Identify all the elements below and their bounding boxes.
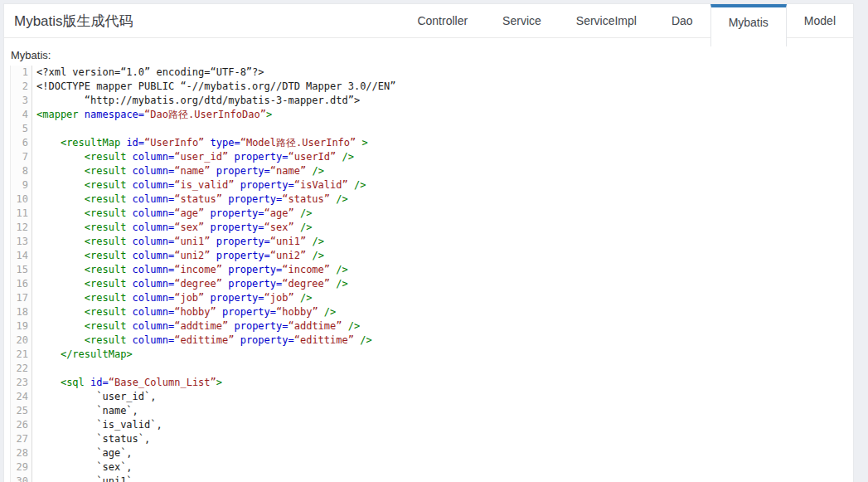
code-line-text: <result column=“edittime” property=“edit… <box>32 334 372 348</box>
code-line-text: <mapper namespace=“Dao路径.UserInfoDao”> <box>32 108 272 122</box>
line-number: 24 <box>10 390 32 404</box>
line-number: 22 <box>10 362 32 376</box>
line-number: 13 <box>10 235 32 249</box>
line-number: 15 <box>10 263 32 277</box>
line-number: 29 <box>10 460 32 475</box>
code-line: 10 <result column=“status” property=“sta… <box>4 192 853 207</box>
code-line-text: `name`, <box>32 404 138 418</box>
tab-mybatis[interactable]: Mybatis <box>710 4 787 46</box>
content-card: Mybatis版生成代码 ControllerServiceServiceImp… <box>3 3 854 482</box>
code-line-text: <sql id=“Base_Column_List”> <box>32 376 222 390</box>
page-title: Mybatis版生成代码 <box>14 4 133 38</box>
line-number: 17 <box>10 291 32 305</box>
code-line: 30 `uni1`, <box>4 475 853 482</box>
code-line-text: `age`, <box>32 446 133 460</box>
line-number: 6 <box>10 136 32 150</box>
code-line: 28 `age`, <box>4 446 853 460</box>
code-line: 2<!DOCTYPE mapper PUBLIC “-//mybatis.org… <box>4 80 853 94</box>
code-line: 24 `user_id`, <box>4 390 853 404</box>
code-line-text: <result column=“user_id” property=“userI… <box>32 150 354 164</box>
line-number: 21 <box>10 348 32 362</box>
code-line: 26 `is_valid`, <box>4 418 853 432</box>
code-line: 22 <box>4 362 853 376</box>
tab-serviceimpl[interactable]: ServiceImpl <box>559 4 654 38</box>
code-line-text <box>32 122 36 136</box>
line-number: 28 <box>10 446 32 460</box>
code-line-text: `user_id`, <box>32 390 157 404</box>
code-line-text: <result column=“income” property=“income… <box>32 263 348 277</box>
code-line: 25 `name`, <box>4 404 853 418</box>
code-line: 29 `sex`, <box>4 460 853 475</box>
code-line-text: <?xml version=“1.0” encoding=“UTF-8”?> <box>32 66 264 80</box>
code-line-text: <result column=“is_valid” property=“isVa… <box>32 178 366 192</box>
code-line-text: <result column=“addtime” property=“addti… <box>32 319 360 334</box>
line-number: 7 <box>10 150 32 164</box>
line-number: 10 <box>10 192 32 207</box>
line-number: 8 <box>10 164 32 178</box>
code-line: 5 <box>4 122 853 136</box>
code-line-text: <result column=“uni1” property=“uni1” /> <box>32 235 324 249</box>
line-number: 14 <box>10 249 32 263</box>
code-line-text: <result column=“uni2” property=“uni2” /> <box>32 249 324 263</box>
code-line: 1<?xml version=“1.0” encoding=“UTF-8”?> <box>4 66 853 80</box>
header: Mybatis版生成代码 ControllerServiceServiceImp… <box>4 4 853 38</box>
code-line: 3 “http://mybatis.org/dtd/mybatis-3-mapp… <box>4 94 853 108</box>
code-line-text: `uni1`, <box>32 475 138 482</box>
code-line-text: <result column=“degree” property=“degree… <box>32 277 348 291</box>
code-line: 21 </resultMap> <box>4 348 853 362</box>
code-line-text: <result column=“name” property=“name” /> <box>32 164 324 178</box>
code-line: 8 <result column=“name” property=“name” … <box>4 164 853 178</box>
line-number: 9 <box>10 178 32 192</box>
code-line-text: “http://mybatis.org/dtd/mybatis-3-mapper… <box>32 94 360 108</box>
code-line: 11 <result column=“age” property=“age” /… <box>4 207 853 221</box>
code-line-text: <resultMap id=“UserInfo” type=“Model路径.U… <box>32 136 368 150</box>
line-number: 1 <box>10 66 32 80</box>
line-number: 25 <box>10 404 32 418</box>
line-number: 2 <box>10 80 32 94</box>
code-viewer: 1<?xml version=“1.0” encoding=“UTF-8”?>2… <box>4 66 853 482</box>
code-line: 17 <result column=“job” property=“job” /… <box>4 291 853 305</box>
code-line: 4<mapper namespace=“Dao路径.UserInfoDao”> <box>4 108 853 122</box>
code-line: 19 <result column=“addtime” property=“ad… <box>4 319 853 334</box>
code-line-text: </resultMap> <box>32 348 133 362</box>
code-line-text: <result column=“sex” property=“sex” /> <box>32 221 312 235</box>
line-number: 4 <box>10 108 32 122</box>
line-number: 18 <box>10 305 32 319</box>
tab-bar: ControllerServiceServiceImplDaoMybatisMo… <box>400 4 853 38</box>
line-number: 26 <box>10 418 32 432</box>
code-line: 6 <resultMap id=“UserInfo” type=“Model路径… <box>4 136 853 150</box>
line-number: 20 <box>10 334 32 348</box>
code-panel: Mybatis: 1<?xml version=“1.0” encoding=“… <box>4 38 853 482</box>
code-language-label: Mybatis: <box>11 49 853 61</box>
tab-service[interactable]: Service <box>485 4 559 38</box>
tab-model[interactable]: Model <box>787 4 853 38</box>
code-line: 23 <sql id=“Base_Column_List”> <box>4 376 853 390</box>
code-line: 20 <result column=“edittime” property=“e… <box>4 334 853 348</box>
code-line: 15 <result column=“income” property=“inc… <box>4 263 853 277</box>
code-line-text <box>32 362 36 376</box>
code-line: 13 <result column=“uni1” property=“uni1”… <box>4 235 853 249</box>
code-line: 16 <result column=“degree” property=“deg… <box>4 277 853 291</box>
line-number: 23 <box>10 376 32 390</box>
line-number: 12 <box>10 221 32 235</box>
code-line-text: `status`, <box>32 432 150 446</box>
line-number: 3 <box>10 94 32 108</box>
code-line: 27 `status`, <box>4 432 853 446</box>
line-number: 19 <box>10 319 32 334</box>
code-line-text: <result column=“status” property=“status… <box>32 192 348 207</box>
tab-controller[interactable]: Controller <box>400 4 485 38</box>
code-line-text: <result column=“hobby” property=“hobby” … <box>32 305 336 319</box>
code-line: 7 <result column=“user_id” property=“use… <box>4 150 853 164</box>
tab-dao[interactable]: Dao <box>654 4 710 38</box>
code-line: 9 <result column=“is_valid” property=“is… <box>4 178 853 192</box>
code-line-text: <result column=“age” property=“age” /> <box>32 207 312 221</box>
code-line-text: <!DOCTYPE mapper PUBLIC “-//mybatis.org/… <box>32 80 395 94</box>
code-line-text: `is_valid`, <box>32 418 162 432</box>
code-line: 14 <result column=“uni2” property=“uni2”… <box>4 249 853 263</box>
line-number: 30 <box>10 475 32 482</box>
line-number: 11 <box>10 207 32 221</box>
code-line-text: <result column=“job” property=“job” /> <box>32 291 312 305</box>
line-number: 5 <box>10 122 32 136</box>
code-line: 12 <result column=“sex” property=“sex” /… <box>4 221 853 235</box>
line-number: 27 <box>10 432 32 446</box>
